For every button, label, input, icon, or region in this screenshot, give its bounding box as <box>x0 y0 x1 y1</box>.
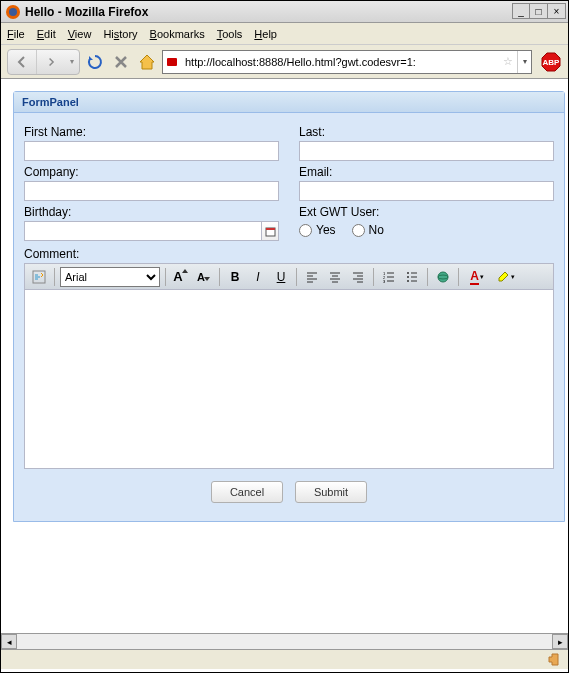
address-bar: ☆ ▾ <box>162 50 532 74</box>
history-dropdown[interactable]: ▾ <box>65 50 79 74</box>
panel-header: FormPanel <box>14 92 564 113</box>
decrease-font-button[interactable]: A <box>194 267 214 287</box>
horizontal-scrollbar[interactable]: ◂ ▸ <box>1 633 568 649</box>
navigation-toolbar: ▾ ☆ ▾ ABP <box>1 45 568 79</box>
radio-yes-label: Yes <box>316 223 336 237</box>
cancel-button[interactable]: Cancel <box>211 481 283 503</box>
url-input[interactable] <box>181 51 499 73</box>
extgwt-user-label: Ext GWT User: <box>299 205 554 219</box>
menu-edit[interactable]: Edit <box>37 28 56 40</box>
font-family-select[interactable]: Arial <box>60 267 160 287</box>
form-panel: FormPanel First Name: Last: Company: <box>13 91 565 522</box>
close-button[interactable]: × <box>548 3 566 19</box>
date-picker-trigger[interactable] <box>262 221 279 241</box>
svg-rect-6 <box>266 228 275 230</box>
increase-font-button[interactable]: A <box>171 267 191 287</box>
last-name-label: Last: <box>299 125 554 139</box>
bold-button[interactable]: B <box>225 267 245 287</box>
submit-button[interactable]: Submit <box>295 481 367 503</box>
radio-yes[interactable]: Yes <box>299 223 336 237</box>
unordered-list-button[interactable] <box>402 267 422 287</box>
birthday-label: Birthday: <box>24 205 279 219</box>
rte-toolbar: Arial A A B I U <box>24 263 554 289</box>
stop-button[interactable] <box>110 51 132 73</box>
radio-no-label: No <box>369 223 384 237</box>
reload-button[interactable] <box>84 51 106 73</box>
first-name-input[interactable] <box>24 141 279 161</box>
scroll-left-arrow[interactable]: ◂ <box>1 634 17 649</box>
highlight-color-button[interactable]: ▾ <box>493 267 519 287</box>
status-bar <box>1 649 568 669</box>
svg-text:ABP: ABP <box>543 58 561 67</box>
svg-point-11 <box>407 272 409 274</box>
last-name-input[interactable] <box>299 141 554 161</box>
source-edit-button[interactable] <box>29 267 49 287</box>
home-button[interactable] <box>136 51 158 73</box>
firefox-icon <box>5 4 21 20</box>
forward-button[interactable] <box>37 50 65 74</box>
bookmark-star-icon[interactable]: ☆ <box>499 55 517 68</box>
company-input[interactable] <box>24 181 279 201</box>
ordered-list-button[interactable]: 123 <box>379 267 399 287</box>
font-color-button[interactable]: A▾ <box>464 267 490 287</box>
window-titlebar: Hello - Mozilla Firefox _ □ × <box>1 1 568 23</box>
comment-editor[interactable] <box>24 289 554 469</box>
svg-point-13 <box>407 280 409 282</box>
window-title: Hello - Mozilla Firefox <box>25 5 148 19</box>
align-center-button[interactable] <box>325 267 345 287</box>
email-input[interactable] <box>299 181 554 201</box>
svg-point-1 <box>9 8 17 16</box>
link-button[interactable] <box>433 267 453 287</box>
birthday-input[interactable] <box>24 221 262 241</box>
first-name-label: First Name: <box>24 125 279 139</box>
menu-file[interactable]: File <box>7 28 25 40</box>
url-dropdown[interactable]: ▾ <box>517 51 531 73</box>
maximize-button[interactable]: □ <box>530 3 548 19</box>
align-left-button[interactable] <box>302 267 322 287</box>
svg-point-14 <box>438 272 448 282</box>
radio-no-input[interactable] <box>352 224 365 237</box>
menu-bookmarks[interactable]: Bookmarks <box>150 28 205 40</box>
underline-button[interactable]: U <box>271 267 291 287</box>
panel-body: First Name: Last: Company: Email: <box>14 113 564 521</box>
menu-tools[interactable]: Tools <box>217 28 243 40</box>
browser-viewport: FormPanel First Name: Last: Company: <box>1 79 568 649</box>
svg-rect-2 <box>167 58 177 66</box>
align-right-button[interactable] <box>348 267 368 287</box>
site-identity-icon[interactable] <box>163 55 181 69</box>
radio-yes-input[interactable] <box>299 224 312 237</box>
italic-button[interactable]: I <box>248 267 268 287</box>
svg-text:3: 3 <box>383 279 386 283</box>
scroll-track[interactable] <box>17 634 552 649</box>
svg-point-12 <box>407 276 409 278</box>
scroll-right-arrow[interactable]: ▸ <box>552 634 568 649</box>
company-label: Company: <box>24 165 279 179</box>
back-forward-group: ▾ <box>7 49 80 75</box>
menu-bar: File Edit View History Bookmarks Tools H… <box>1 23 568 45</box>
menu-view[interactable]: View <box>68 28 92 40</box>
email-label: Email: <box>299 165 554 179</box>
minimize-button[interactable]: _ <box>512 3 530 19</box>
menu-history[interactable]: History <box>103 28 137 40</box>
back-button[interactable] <box>8 50 36 74</box>
comment-label: Comment: <box>24 247 554 261</box>
adblock-icon[interactable]: ABP <box>540 51 562 73</box>
menu-help[interactable]: Help <box>254 28 277 40</box>
plugin-status-icon[interactable] <box>546 652 562 668</box>
radio-no[interactable]: No <box>352 223 384 237</box>
